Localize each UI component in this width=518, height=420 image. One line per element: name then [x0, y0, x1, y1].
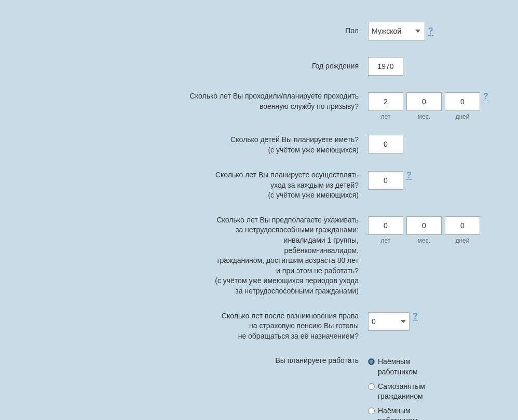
child-care-control: ? — [368, 170, 451, 190]
pension-delay-control: 0 1 2 3 4 5 6 7 8 9 10 ? — [368, 311, 451, 331]
birth-year-input[interactable] — [368, 57, 403, 76]
gender-select[interactable]: Мужской Женский — [368, 22, 425, 40]
work-type-both-item[interactable]: Наёмным работникоми самозанятым граждани… — [368, 406, 451, 420]
military-service-row: Сколько лет Вы проходили/планируете прох… — [67, 91, 451, 120]
children-count-control — [368, 135, 451, 153]
birth-year-row: Год рождения — [67, 56, 451, 77]
military-months-input[interactable] — [406, 92, 442, 111]
pension-delay-help-icon[interactable]: ? — [413, 312, 418, 321]
work-type-employee-radio[interactable] — [368, 358, 375, 365]
disability-care-label: Сколько лет Вы предполагаете ухаживатьза… — [67, 215, 368, 297]
disability-days-group: дней — [445, 216, 480, 244]
work-type-self-employed-radio[interactable] — [368, 383, 375, 390]
form-container: Пол Мужской Женский ? Год рождения Сколь… — [46, 10, 472, 420]
gender-label: Пол — [67, 26, 368, 36]
disability-months-input[interactable] — [406, 216, 442, 235]
child-care-help-icon[interactable]: ? — [406, 171, 412, 180]
military-days-input[interactable] — [445, 92, 480, 111]
gender-control: Мужской Женский ? — [368, 22, 451, 40]
pension-delay-select[interactable]: 0 1 2 3 4 5 6 7 8 9 10 — [368, 312, 410, 331]
military-help-icon[interactable]: ? — [483, 92, 488, 101]
military-service-control: лет мес. дней ? — [368, 91, 488, 120]
disability-months-group: мес. — [406, 216, 442, 244]
military-years-input[interactable] — [368, 92, 403, 111]
children-count-row: Сколько детей Вы планируете иметь?(с учё… — [67, 135, 451, 156]
disability-years-input[interactable] — [368, 216, 403, 235]
child-care-row: Сколько лет Вы планируете осуществлятьух… — [67, 170, 451, 201]
military-days-label: дней — [455, 113, 469, 120]
disability-care-control: лет мес. дней — [368, 215, 480, 244]
military-units-row: лет мес. дней — [368, 92, 480, 120]
work-type-both-radio[interactable] — [368, 408, 375, 414]
military-years-group: лет — [368, 92, 403, 120]
children-count-input[interactable] — [368, 135, 403, 153]
military-months-label: мес. — [418, 113, 430, 120]
military-service-label: Сколько лет Вы проходили/планируете прох… — [67, 91, 368, 111]
work-type-both-label[interactable]: Наёмным работникоми самозанятым граждани… — [378, 406, 451, 420]
pension-delay-label: Сколько лет после возникновения правана … — [67, 311, 368, 342]
disability-years-label: лет — [381, 237, 391, 244]
disability-units-row: лет мес. дней — [368, 216, 480, 244]
work-type-self-employed-label[interactable]: Самозанятымгражданином — [378, 382, 425, 402]
children-count-label: Сколько детей Вы планируете иметь?(с учё… — [67, 135, 368, 155]
military-years-label: лет — [381, 113, 391, 120]
work-type-self-employed-item[interactable]: Самозанятымгражданином — [368, 382, 451, 402]
disability-days-label: дней — [455, 237, 469, 244]
work-type-employee-label[interactable]: Наёмнымработником — [378, 357, 418, 377]
birth-year-control — [368, 57, 451, 76]
disability-days-input[interactable] — [445, 216, 480, 235]
disability-months-label: мес. — [418, 237, 430, 244]
disability-years-group: лет — [368, 216, 403, 244]
birth-year-label: Год рождения — [67, 61, 368, 72]
child-care-label: Сколько лет Вы планируете осуществлятьух… — [67, 170, 368, 201]
child-care-input[interactable] — [368, 171, 403, 190]
military-days-group: дней — [445, 92, 480, 120]
gender-row: Пол Мужской Женский ? — [67, 21, 451, 41]
work-type-radio-group: Наёмнымработником Самозанятымгражданином… — [368, 357, 451, 420]
disability-care-row: Сколько лет Вы предполагаете ухаживатьза… — [67, 215, 451, 297]
work-type-row: Вы планируете работать Наёмнымработником… — [67, 356, 451, 420]
gender-help-icon[interactable]: ? — [428, 27, 433, 36]
military-months-group: мес. — [406, 92, 442, 120]
pension-delay-row: Сколько лет после возникновения правана … — [67, 311, 451, 342]
work-type-control: Наёмнымработником Самозанятымгражданином… — [368, 356, 451, 420]
work-type-employee-item[interactable]: Наёмнымработником — [368, 357, 451, 377]
work-type-label: Вы планируете работать — [67, 356, 368, 366]
